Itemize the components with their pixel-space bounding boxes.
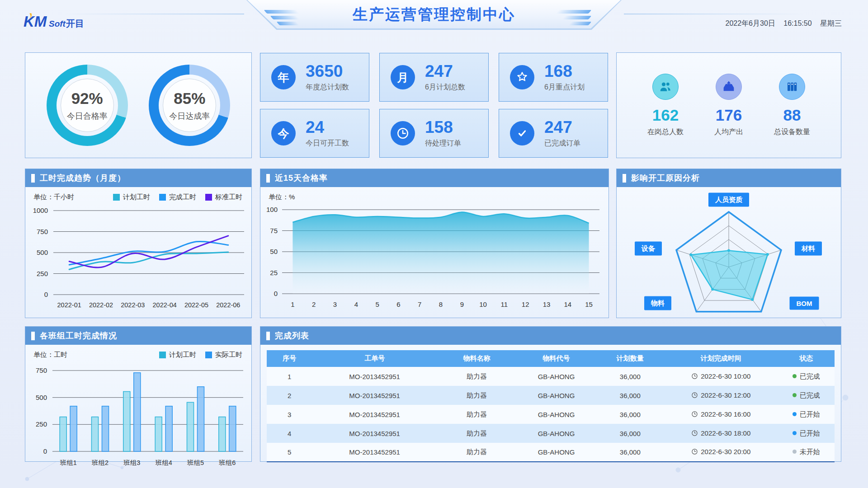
table-column-header: 计划完成时间 [664, 350, 778, 367]
legend-label: 实际工时 [215, 351, 242, 359]
svg-text:7: 7 [418, 300, 421, 308]
table-row[interactable]: 1MO-2013452951助力器GB-AHONG36,0002022-6-30… [267, 367, 835, 386]
team-workhour-panel: 各班组工时完成情况 单位：工时 计划工时实际工时 0 250 500 750班组… [25, 326, 252, 462]
kpi-panel: 162在岗总人数176人均产出88总设备数量 [616, 52, 841, 158]
stat-card-text: 247已完成订单 [544, 119, 580, 148]
legend-label: 标准工时 [215, 193, 242, 202]
panel-header: 工时完成趋势（月度） [25, 169, 251, 187]
table-column-header: 工单号 [312, 350, 437, 367]
gauge-label: 今日达成率 [169, 111, 210, 122]
bar-legend: 计划工时实际工时 [159, 351, 242, 359]
cell-qty: 36,000 [596, 386, 664, 405]
unit-label: 单位：千小时 [33, 193, 74, 202]
trend-line-chart: 0 250 500 750 10002022-012022-022022-032… [25, 202, 251, 316]
svg-text:8: 8 [439, 300, 443, 308]
cell-status: 已开始 [778, 424, 835, 443]
stat-card-text: 158待处理订单 [425, 119, 461, 148]
header-line-left [63, 14, 244, 14]
inbox-icon [722, 80, 736, 94]
title-marker [266, 174, 270, 183]
svg-text:2022-01: 2022-01 [57, 301, 81, 309]
status-dot [793, 431, 797, 435]
date-text: 2022年6月30日 [726, 19, 775, 27]
svg-text:500: 500 [37, 249, 48, 256]
svg-text:0: 0 [43, 447, 47, 455]
cell-qty: 36,000 [596, 424, 664, 443]
stat-card-value: 3650 [306, 63, 349, 80]
table-column-header: 状态 [778, 350, 835, 367]
panel-title: 工时完成趋势（月度） [40, 173, 126, 183]
status-dot [793, 374, 797, 378]
unit-label: 单位：% [269, 193, 295, 202]
legend-swatch [159, 194, 166, 201]
status-dot [793, 412, 797, 416]
unit-label: 单位：工时 [33, 351, 67, 359]
legend-item-计划工时[interactable]: 计划工时 [159, 351, 196, 359]
inbox-icon-circle [716, 74, 742, 100]
legend-item-标准工时[interactable]: 标准工时 [205, 193, 242, 202]
weekday-text: 星期三 [820, 19, 842, 27]
svg-text:13: 13 [543, 300, 551, 308]
stat-card-label: 已完成订单 [544, 139, 580, 148]
kpi-item: 162在岗总人数 [647, 74, 684, 137]
table-row[interactable]: 3MO-2013452951助力器GB-AHONG36,0002022-6-30… [267, 405, 835, 424]
time-text: 16:15:50 [783, 19, 811, 27]
star-icon [510, 65, 534, 89]
page-title: 生产运营管理控制中心 [246, 0, 622, 30]
year-glyph-icon: 年 [271, 65, 296, 89]
legend-swatch [205, 352, 212, 358]
kpi-label: 人均产出 [714, 127, 743, 137]
stat-card-value: 247 [425, 63, 465, 80]
legend-item-计划工时[interactable]: 计划工时 [113, 193, 150, 202]
stat-card-label: 6月重点计划 [544, 83, 585, 92]
table-row[interactable]: 4MO-2013452951助力器GB-AHONG36,0002022-6-30… [267, 424, 835, 443]
cell-status: 已开始 [778, 405, 835, 424]
svg-text:750: 750 [36, 366, 47, 374]
star-icon [515, 70, 529, 84]
cell-status: 已完成 [778, 386, 835, 405]
today-rate-gauge: 92%今日合格率 [47, 65, 128, 146]
svg-text:750: 750 [37, 228, 48, 235]
stat-card: 1686月重点计划 [499, 53, 608, 102]
cell-status: 未开始 [778, 443, 835, 462]
svg-text:2022-03: 2022-03 [121, 301, 145, 309]
cell-code: GB-AHONG [517, 443, 596, 462]
stat-card-text: 24今日可开工数 [306, 119, 349, 148]
legend-item-完成工时[interactable]: 完成工时 [159, 193, 196, 202]
stat-card-value: 168 [544, 63, 585, 80]
trend-legend: 计划工时完成工时标准工时 [113, 193, 242, 202]
svg-text:14: 14 [564, 300, 571, 308]
cell-time: 2022-6-30 12:00 [664, 386, 778, 405]
table-clock-icon [691, 448, 698, 455]
check-icon [515, 127, 529, 140]
cell-no: 2 [267, 386, 312, 405]
stat-card-label: 6月计划总数 [425, 83, 465, 92]
svg-text:2: 2 [312, 300, 316, 308]
table-row[interactable]: 2MO-2013452951助力器GB-AHONG36,0002022-6-30… [267, 386, 835, 405]
cell-material: 助力器 [437, 424, 517, 443]
today-rate-panel: 92%今日合格率85%今日达成率 [25, 52, 252, 158]
stat-card-value: 247 [544, 119, 580, 136]
svg-text:1000: 1000 [33, 206, 48, 214]
cell-order: MO-2013452951 [312, 367, 437, 386]
svg-text:50: 50 [270, 248, 278, 255]
cell-order: MO-2013452951 [312, 405, 437, 424]
table-header-row: 序号工单号物料名称物料代号计划数量计划完成时间状态 [267, 350, 835, 367]
title-marker [623, 174, 626, 183]
cell-qty: 36,000 [596, 367, 664, 386]
completion-table: 序号工单号物料名称物料代号计划数量计划完成时间状态 1MO-2013452951… [267, 350, 835, 462]
table-row[interactable]: 5MO-2013452951助力器GB-AHONG36,0002022-6-30… [267, 443, 835, 462]
cell-no: 4 [267, 424, 312, 443]
svg-text:5: 5 [375, 300, 379, 308]
today-glyph-icon: 今 [271, 121, 296, 145]
kpi-label: 在岗总人数 [647, 127, 684, 137]
today-rate-gauge: 85%今日达成率 [149, 65, 230, 146]
table-column-header: 序号 [267, 350, 312, 367]
table-clock-icon [691, 411, 698, 418]
legend-swatch [159, 352, 166, 358]
legend-swatch [113, 194, 120, 201]
legend-item-实际工时[interactable]: 实际工时 [205, 351, 242, 359]
cell-code: GB-AHONG [517, 405, 596, 424]
logo-soft-text: Soft [49, 19, 66, 28]
cell-time: 2022-6-30 10:00 [664, 367, 778, 386]
